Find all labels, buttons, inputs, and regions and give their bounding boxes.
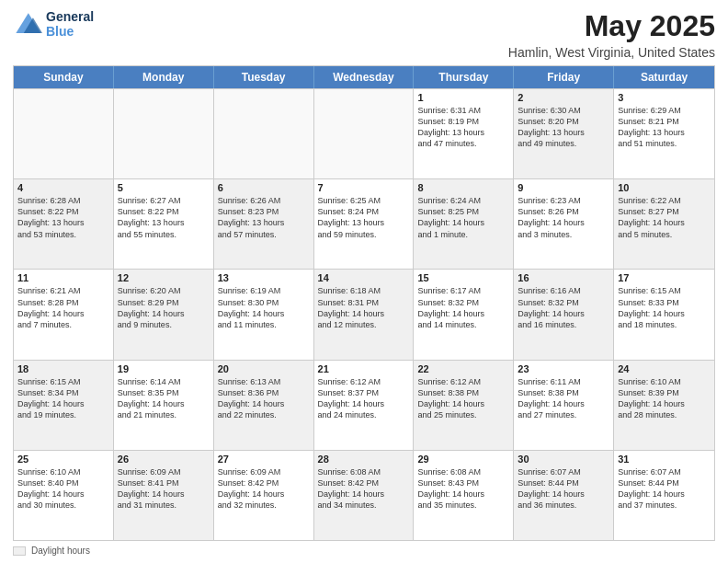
day-number: 20: [218, 363, 310, 374]
cell-info-line: Daylight: 14 hours: [618, 398, 711, 409]
cal-cell: 11Sunrise: 6:21 AMSunset: 8:28 PMDayligh…: [14, 270, 114, 359]
cell-info-line: Sunset: 8:19 PM: [417, 116, 509, 127]
cal-header-sunday: Sunday: [14, 66, 114, 88]
day-number: 1: [417, 92, 509, 103]
cal-cell: 19Sunrise: 6:14 AMSunset: 8:35 PMDayligh…: [114, 361, 214, 450]
cell-info-line: Sunrise: 6:13 AM: [218, 376, 310, 387]
cell-info-line: and 53 minutes.: [17, 229, 109, 240]
cell-info-line: Sunset: 8:25 PM: [417, 206, 509, 217]
logo-text: General Blue: [46, 9, 94, 39]
cal-cell: 13Sunrise: 6:19 AMSunset: 8:30 PMDayligh…: [214, 270, 314, 359]
day-number: 7: [318, 182, 410, 193]
cell-info-line: Daylight: 14 hours: [618, 488, 711, 500]
cell-info-line: Daylight: 14 hours: [318, 488, 410, 500]
cell-info-line: Sunrise: 6:10 AM: [618, 376, 711, 387]
day-number: 3: [618, 92, 711, 103]
cell-info-line: and 9 minutes.: [118, 319, 210, 330]
cal-row-3: 11Sunrise: 6:21 AMSunset: 8:28 PMDayligh…: [14, 269, 714, 359]
cell-info-line: Daylight: 13 hours: [417, 127, 509, 138]
cell-info-line: and 3 minutes.: [518, 229, 609, 240]
cell-info-line: and 47 minutes.: [417, 138, 509, 149]
day-number: 19: [118, 363, 210, 374]
cal-cell: 7Sunrise: 6:25 AMSunset: 8:24 PMDaylight…: [314, 179, 415, 269]
cal-header-saturday: Saturday: [614, 66, 714, 88]
cell-info-line: Sunset: 8:41 PM: [118, 477, 210, 488]
day-number: 22: [417, 363, 509, 374]
cell-info-line: Sunset: 8:43 PM: [417, 477, 509, 488]
cal-cell: 28Sunrise: 6:08 AMSunset: 8:42 PMDayligh…: [314, 451, 415, 540]
cell-info-line: Daylight: 14 hours: [218, 308, 310, 319]
cell-info-line: and 16 minutes.: [518, 319, 609, 330]
cell-info-line: Sunrise: 6:26 AM: [218, 195, 310, 206]
cell-info-line: Daylight: 13 hours: [218, 217, 310, 228]
day-number: 11: [17, 272, 109, 283]
cell-info-line: Sunrise: 6:12 AM: [417, 376, 509, 387]
cell-info-line: and 21 minutes.: [118, 409, 210, 420]
day-number: 10: [618, 182, 711, 193]
cell-info-line: Sunset: 8:38 PM: [417, 387, 509, 398]
cell-info-line: Sunset: 8:40 PM: [17, 477, 109, 488]
cell-info-line: Daylight: 14 hours: [618, 308, 711, 319]
cell-info-line: Daylight: 14 hours: [318, 398, 410, 409]
day-number: 5: [118, 182, 210, 193]
cell-info-line: and 55 minutes.: [118, 229, 210, 240]
cal-cell: 21Sunrise: 6:12 AMSunset: 8:37 PMDayligh…: [314, 361, 415, 450]
day-number: 13: [218, 272, 310, 283]
cell-info-line: Daylight: 14 hours: [17, 398, 109, 409]
cell-info-line: and 1 minute.: [417, 229, 509, 240]
cal-cell: 1Sunrise: 6:31 AMSunset: 8:19 PMDaylight…: [414, 89, 514, 178]
cell-info-line: and 35 minutes.: [417, 500, 509, 511]
day-number: 27: [218, 454, 310, 465]
cell-info-line: Sunset: 8:29 PM: [118, 297, 210, 308]
day-number: 21: [318, 363, 410, 374]
cell-info-line: and 11 minutes.: [218, 319, 310, 330]
cell-info-line: and 28 minutes.: [618, 409, 711, 420]
cell-info-line: and 19 minutes.: [17, 409, 109, 420]
cell-info-line: Sunrise: 6:07 AM: [618, 466, 711, 477]
cell-info-line: and 5 minutes.: [618, 229, 711, 240]
cell-info-line: and 31 minutes.: [118, 500, 210, 511]
cal-header-wednesday: Wednesday: [314, 66, 415, 88]
cell-info-line: and 32 minutes.: [218, 500, 310, 511]
cell-info-line: and 18 minutes.: [618, 319, 711, 330]
cell-info-line: and 12 minutes.: [318, 319, 410, 330]
cal-cell: 10Sunrise: 6:22 AMSunset: 8:27 PMDayligh…: [614, 179, 714, 269]
cell-info-line: Sunrise: 6:15 AM: [618, 285, 711, 296]
day-number: 15: [417, 272, 509, 283]
cell-info-line: Sunset: 8:36 PM: [218, 387, 310, 398]
cell-info-line: Sunset: 8:21 PM: [618, 116, 711, 127]
cal-cell: 15Sunrise: 6:17 AMSunset: 8:32 PMDayligh…: [414, 270, 514, 359]
cell-info-line: Sunset: 8:20 PM: [518, 116, 609, 127]
cell-info-line: and 51 minutes.: [618, 138, 711, 149]
cal-cell: [114, 89, 214, 178]
cal-cell: 30Sunrise: 6:07 AMSunset: 8:44 PMDayligh…: [514, 451, 614, 540]
cell-info-line: Sunrise: 6:14 AM: [118, 376, 210, 387]
cell-info-line: Daylight: 14 hours: [118, 398, 210, 409]
cell-info-line: Sunrise: 6:08 AM: [417, 466, 509, 477]
cal-cell: [14, 89, 114, 178]
cal-cell: 23Sunrise: 6:11 AMSunset: 8:38 PMDayligh…: [514, 361, 614, 450]
cell-info-line: Sunrise: 6:31 AM: [417, 105, 509, 116]
cal-row-2: 4Sunrise: 6:28 AMSunset: 8:22 PMDaylight…: [14, 178, 714, 269]
cell-info-line: and 30 minutes.: [17, 500, 109, 511]
day-number: 31: [618, 454, 711, 465]
cell-info-line: Sunset: 8:39 PM: [618, 387, 711, 398]
cell-info-line: Sunset: 8:44 PM: [618, 477, 711, 488]
cell-info-line: Daylight: 14 hours: [518, 398, 609, 409]
cell-info-line: Daylight: 14 hours: [417, 488, 509, 500]
cell-info-line: Sunrise: 6:12 AM: [318, 376, 410, 387]
cell-info-line: Sunset: 8:23 PM: [218, 206, 310, 217]
cell-info-line: Sunrise: 6:25 AM: [318, 195, 410, 206]
cell-info-line: Sunrise: 6:07 AM: [518, 466, 609, 477]
page: General Blue May 2025 Hamlin, West Virgi…: [0, 0, 728, 563]
cell-info-line: Sunset: 8:42 PM: [218, 477, 310, 488]
cell-info-line: Sunrise: 6:24 AM: [417, 195, 509, 206]
cell-info-line: and 7 minutes.: [17, 319, 109, 330]
cell-info-line: Daylight: 14 hours: [417, 308, 509, 319]
cell-info-line: and 27 minutes.: [518, 409, 609, 420]
cell-info-line: Sunrise: 6:08 AM: [318, 466, 410, 477]
cal-row-5: 25Sunrise: 6:10 AMSunset: 8:40 PMDayligh…: [14, 450, 714, 540]
cell-info-line: Sunset: 8:42 PM: [318, 477, 410, 488]
cell-info-line: Daylight: 14 hours: [118, 308, 210, 319]
cal-header-tuesday: Tuesday: [214, 66, 314, 88]
